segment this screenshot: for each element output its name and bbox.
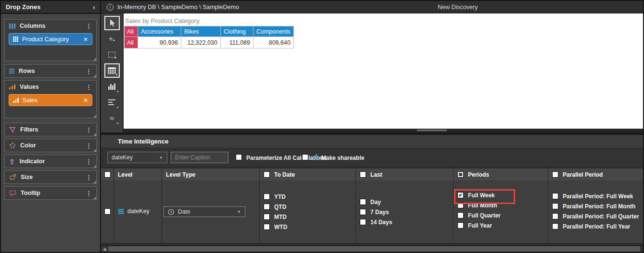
option-label: Full Week [468, 192, 495, 199]
row-checkbox[interactable] [104, 208, 111, 215]
values-drop-space[interactable] [5, 107, 96, 118]
14-days-checkbox[interactable] [360, 219, 366, 225]
periods-option-full-week: Full Week [457, 192, 548, 198]
collapse-sidebar-icon[interactable]: ‹ [93, 3, 95, 11]
full-year-checkbox[interactable] [457, 222, 464, 229]
columns-drop-space[interactable] [5, 46, 96, 60]
periods-header-checkbox[interactable] [457, 171, 464, 178]
parallel-period-header-checkbox[interactable] [552, 171, 558, 178]
add-point-tool-button[interactable]: +▸ [104, 32, 120, 46]
to-date-cell: YTD QTD MTD WTD [260, 181, 356, 243]
filters-menu-icon[interactable]: ⋮ [86, 127, 92, 133]
7-days-checkbox[interactable] [360, 209, 366, 215]
full-month-checkbox[interactable] [457, 202, 464, 208]
marquee-select-tool-button[interactable]: ▸ [104, 48, 120, 62]
full-week-checkbox[interactable] [457, 192, 464, 198]
day-checkbox[interactable] [360, 199, 366, 205]
pivot-column-header[interactable]: Clothing [221, 26, 253, 37]
chip-sales[interactable]: Sales ✕ [9, 94, 92, 106]
size-menu-icon[interactable]: ⋮ [86, 174, 92, 181]
pivot-row-header[interactable]: All [125, 37, 138, 48]
horizontal-scrollbar[interactable]: ◀ [101, 245, 643, 252]
pivot-data-row: All 90,936 12,322,030 111,089 809,640 [125, 37, 294, 48]
remove-chip-icon[interactable]: ✕ [83, 97, 88, 104]
remove-chip-icon[interactable]: ✕ [83, 36, 88, 43]
to-date-header-checkbox[interactable] [264, 171, 270, 178]
pivot-column-header[interactable]: Accessories [138, 26, 181, 37]
parallel-full-week-checkbox[interactable] [552, 193, 558, 199]
discovery-tab-title: New Discovery [438, 4, 478, 11]
select-all-checkbox[interactable] [104, 171, 111, 178]
periods-header-cell: Periods [454, 169, 548, 181]
parameterize-checkbox[interactable] [236, 154, 242, 160]
rows-label: Rows [19, 68, 35, 74]
tooltip-zone-header[interactable]: Tooltip ⋮ [5, 187, 96, 199]
caption-input[interactable] [171, 152, 228, 163]
parallel-period-option: Parallel Period: Full Year [552, 223, 643, 229]
option-label: Parallel Period: Full Week [563, 193, 633, 200]
parallel-full-quarter-checkbox[interactable] [552, 213, 558, 219]
level-cell: dateKey [114, 181, 162, 243]
scatter-chart-visual-button[interactable] [104, 127, 120, 133]
columns-zone-header[interactable]: Columns ⋮ [5, 20, 96, 32]
line-chart-visual-button[interactable]: ≈ [104, 111, 120, 125]
indicator-menu-icon[interactable]: ⋮ [86, 158, 92, 165]
columns-zone: Columns ⋮ Product Category ✕ [4, 19, 97, 61]
mtd-checkbox[interactable] [264, 214, 270, 220]
color-menu-icon[interactable]: ⋮ [86, 143, 92, 149]
bar-chart-icon [108, 99, 115, 106]
filters-zone-header[interactable]: Filters ⋮ [5, 123, 96, 136]
pivot-corner-cell[interactable]: All [125, 26, 138, 37]
info-icon[interactable]: i [107, 4, 114, 11]
pivot-column-header[interactable]: Bikes [181, 26, 221, 37]
values-zone-header[interactable]: Values ⋮ [5, 81, 96, 93]
time-intelligence-title: Time Intelligence [118, 138, 168, 145]
pivot-column-header[interactable]: Components [253, 26, 294, 37]
dimension-grid-icon [13, 36, 18, 42]
size-zone-header[interactable]: Size ⋮ [5, 171, 96, 183]
bar-chart-visual-button[interactable] [104, 95, 120, 109]
full-quarter-checkbox[interactable] [457, 212, 464, 218]
qtd-checkbox[interactable] [264, 204, 270, 210]
pivot-value-cell[interactable]: 90,936 [138, 37, 181, 48]
option-label: YTD [274, 193, 286, 200]
make-shareable-checkbox[interactable] [302, 154, 308, 160]
pointer-tool-button[interactable] [104, 16, 120, 30]
column-chart-visual-button[interactable] [104, 79, 120, 94]
values-menu-icon[interactable]: ⋮ [86, 84, 92, 90]
rows-menu-icon[interactable]: ⋮ [86, 68, 92, 74]
tooltip-menu-icon[interactable]: ⋮ [86, 190, 92, 196]
periods-cell: Full Week Full Month Full Quarter F [454, 181, 548, 243]
clock-icon [168, 209, 174, 215]
to-date-header-cell: To Date [260, 169, 356, 181]
pivot-value-cell[interactable]: 111,089 [221, 37, 253, 48]
to-date-header-label: To Date [274, 171, 295, 178]
option-label: Full Year [468, 222, 492, 229]
grid-visual-button[interactable] [104, 63, 120, 78]
up-arrow-icon: ⇧ [9, 158, 15, 165]
scroll-left-arrow-icon[interactable]: ◀ [101, 246, 107, 252]
pivot-value-cell[interactable]: 12,322,030 [181, 37, 221, 48]
wtd-checkbox[interactable] [264, 224, 270, 230]
pivot-value-cell[interactable]: 809,640 [253, 37, 294, 48]
time-intelligence-panel: Time Intelligence dateKey ▼ Parameterize… [101, 133, 643, 252]
level-value: dateKey [127, 208, 150, 215]
scrollbar-thumb[interactable] [108, 246, 640, 252]
column-chart-icon [108, 84, 115, 90]
last-header-checkbox[interactable] [360, 171, 366, 178]
line-chart-icon: ≈ [110, 114, 114, 122]
drop-zones-panel: Drop Zones ‹ Columns ⋮ Product Category … [1, 1, 100, 252]
time-intelligence-header: Time Intelligence [101, 135, 643, 148]
color-zone-header[interactable]: Color ⋮ [5, 139, 96, 152]
hierarchy-dropdown[interactable]: dateKey ▼ [107, 152, 167, 163]
parallel-full-month-checkbox[interactable] [552, 203, 558, 209]
columns-menu-icon[interactable]: ⋮ [86, 23, 92, 29]
indicator-zone-header[interactable]: ⇧ Indicator ⋮ [5, 155, 96, 168]
level-type-dropdown[interactable]: Date ▼ [164, 206, 245, 217]
chip-product-category[interactable]: Product Category ✕ [9, 33, 92, 45]
panel-splitter[interactable] [124, 129, 643, 133]
parallel-full-year-checkbox[interactable] [552, 223, 558, 229]
ytd-checkbox[interactable] [264, 193, 270, 200]
chevron-down-icon: ▼ [237, 210, 241, 214]
rows-zone-header[interactable]: Rows ⋮ [5, 65, 96, 77]
